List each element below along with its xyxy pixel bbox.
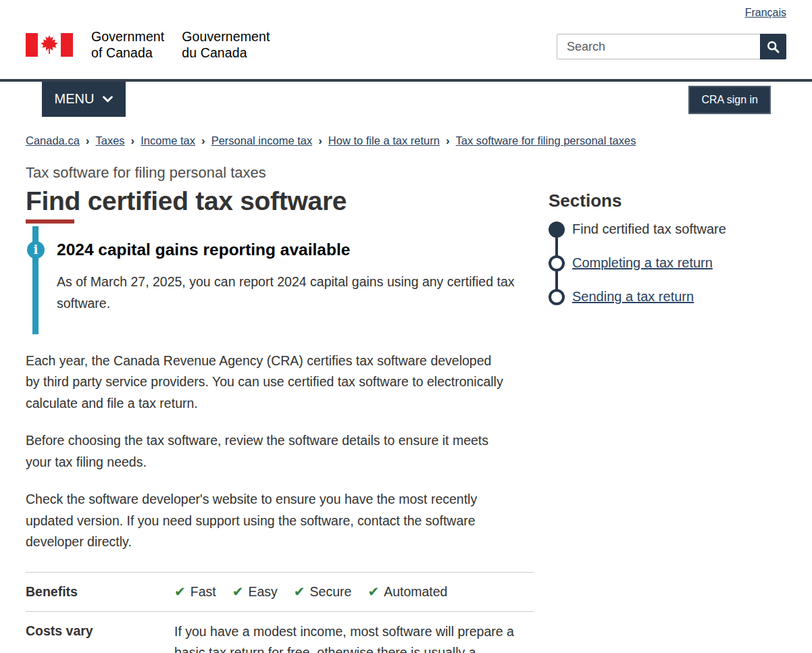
search-input[interactable]: [557, 34, 760, 59]
section-link-completing[interactable]: Completing a tax return: [572, 255, 713, 271]
menu-button-label: MENU: [55, 91, 95, 107]
info-icon: i: [27, 241, 45, 259]
benefit-item: ✔ Fast: [174, 582, 216, 601]
breadcrumb-separator-icon: ›: [318, 134, 322, 147]
sections-sidebar: Sections Find certified tax software Com…: [549, 164, 786, 653]
flag-right-bar: [61, 33, 73, 57]
search-form: [557, 34, 786, 59]
main-content: Tax software for filing personal taxes F…: [26, 164, 534, 653]
breadcrumb-separator-icon: ›: [131, 134, 135, 147]
section-item-find-certified: Find certified tax software: [549, 221, 786, 238]
step-dot-open: [549, 255, 565, 271]
menu-band: MENU CRA sign in: [0, 79, 812, 117]
search-button[interactable]: [760, 34, 786, 59]
search-icon: [766, 40, 780, 54]
benefit-label: Secure: [310, 582, 352, 601]
cra-sign-in-button[interactable]: CRA sign in: [688, 86, 771, 114]
step-dot-open: [549, 289, 565, 305]
breadcrumb-separator-icon: ›: [446, 134, 450, 147]
benefit-item: ✔ Automated: [367, 582, 447, 601]
benefits-list: ✔ Fast ✔ Easy ✔ Secure ✔: [174, 582, 534, 601]
breadcrumb-link-how-to-file[interactable]: How to file a tax return: [328, 134, 440, 147]
alert-heading: 2024 capital gains reporting available: [57, 240, 534, 260]
section-item-sending[interactable]: Sending a tax return: [549, 289, 786, 305]
benefit-label: Fast: [191, 582, 216, 601]
logo-fr-line2: du Canada: [182, 45, 270, 61]
row-label: Costs vary: [26, 621, 174, 653]
logo-text-en: Government of Canada: [91, 28, 164, 61]
canada-flag-icon: [26, 33, 73, 57]
logo-en-line1: Government: [91, 28, 164, 45]
checkmark-icon: ✔: [367, 582, 379, 601]
section-label-current: Find certified tax software: [572, 221, 726, 237]
section-item-completing[interactable]: Completing a tax return: [549, 255, 786, 271]
logo-fr-line1: Gouvernement: [182, 28, 270, 45]
breadcrumb-separator-icon: ›: [86, 134, 90, 147]
table-row-costs: Costs vary If you have a modest income, …: [26, 611, 534, 653]
breadcrumb-link-canada-ca[interactable]: Canada.ca: [26, 134, 80, 147]
benefit-item: ✔ Easy: [232, 582, 278, 601]
costs-text: If you have a modest income, most softwa…: [174, 621, 515, 653]
benefit-item: ✔ Secure: [294, 582, 352, 601]
logo-en-line2: of Canada: [91, 45, 164, 61]
logo-wordmark: Government of Canada Gouvernement du Can…: [91, 28, 270, 61]
breadcrumb-link-income-tax[interactable]: Income tax: [141, 134, 195, 147]
table-row-benefits: Benefits ✔ Fast ✔ Easy ✔ Secure: [26, 572, 534, 611]
info-alert: i 2024 capital gains reporting available…: [32, 226, 534, 334]
chevron-down-icon: [103, 96, 113, 103]
page-supertitle: Tax software for filing personal taxes: [26, 164, 534, 182]
software-details-table: Benefits ✔ Fast ✔ Easy ✔ Secure: [26, 572, 534, 653]
section-link-sending[interactable]: Sending a tax return: [572, 289, 694, 305]
breadcrumb-link-tax-software[interactable]: Tax software for filing personal taxes: [456, 134, 636, 147]
paragraph-before-choosing: Before choosing the tax software, review…: [26, 430, 507, 473]
paragraph-certification: Each year, the Canada Revenue Agency (CR…: [26, 350, 507, 415]
title-red-underline: [26, 219, 74, 224]
paragraph-check-developer: Check the software developer's website t…: [26, 489, 507, 553]
benefit-label: Easy: [248, 582, 277, 601]
breadcrumb: Canada.ca›Taxes›Income tax›Personal inco…: [26, 134, 786, 148]
logo-text-fr: Gouvernement du Canada: [182, 28, 270, 61]
menu-button[interactable]: MENU: [42, 82, 126, 117]
alert-body-text: As of March 27, 2025, you can report 202…: [57, 271, 530, 314]
benefit-label: Automated: [384, 582, 447, 601]
sections-stepper: Find certified tax software Completing a…: [549, 221, 786, 305]
flag-middle: [38, 33, 61, 57]
breadcrumb-link-personal-income-tax[interactable]: Personal income tax: [211, 134, 313, 147]
language-toggle-link[interactable]: Français: [745, 7, 786, 18]
checkmark-icon: ✔: [174, 582, 186, 601]
breadcrumb-separator-icon: ›: [201, 134, 205, 147]
checkmark-icon: ✔: [232, 582, 244, 601]
government-of-canada-logo[interactable]: Government of Canada Gouvernement du Can…: [26, 28, 270, 61]
breadcrumb-link-taxes[interactable]: Taxes: [95, 134, 124, 147]
row-label: Benefits: [26, 582, 174, 601]
maple-leaf-icon: [39, 34, 59, 55]
page-title: Find certified tax software: [26, 186, 534, 217]
checkmark-icon: ✔: [294, 582, 305, 601]
sections-heading: Sections: [549, 190, 786, 211]
step-dot-filled: [549, 221, 565, 238]
flag-left-bar: [26, 33, 38, 57]
site-header: Français Government of Canada: [0, 0, 812, 79]
